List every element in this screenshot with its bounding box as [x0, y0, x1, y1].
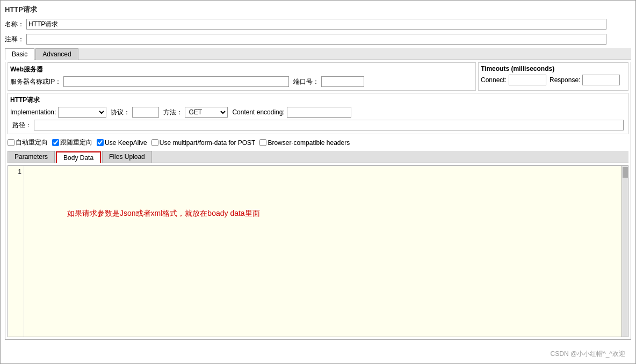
body-annotation: 如果请求参数是Json或者xml格式，就放在boady data里面 — [67, 209, 260, 219]
auto-redirect-label: 自动重定向 — [16, 138, 48, 147]
tab-bar: Basic Advanced — [5, 48, 631, 60]
sub-tab-bar: Parameters Body Data Files Upload — [8, 151, 628, 163]
follow-redirect-checkbox[interactable] — [52, 139, 59, 146]
sub-tab-parameters[interactable]: Parameters — [8, 151, 55, 163]
port-label: 端口号： — [293, 77, 319, 86]
main-window: HTTP请求 名称： 注释： Basic Advanced Web服务器 服务器… — [0, 0, 636, 364]
protocol-label: 协议： — [111, 108, 130, 117]
connect-label: Connect: — [481, 76, 507, 84]
timeouts-title: Timeouts (milliseconds) — [481, 65, 626, 72]
method-select[interactable]: GET POST PUT DELETE PATCH HEAD OPTIONS — [185, 107, 228, 118]
branding: CSDN @小小红帽^_^欢迎 — [551, 350, 625, 359]
server-label: 服务器名称或IP： — [10, 77, 61, 86]
server-row: 服务器名称或IP： 端口号： — [10, 76, 473, 87]
timeouts-section: Timeouts (milliseconds) Connect: Respons… — [478, 62, 628, 91]
checkbox-follow-redirect[interactable]: 跟随重定向 — [52, 138, 92, 147]
http-method-row: Implementation: 协议： 方法： GET POST PUT DEL… — [10, 107, 626, 118]
path-label: 路径： — [12, 121, 32, 130]
impl-label: Implementation: — [10, 108, 56, 116]
impl-select[interactable] — [58, 107, 106, 118]
line-numbers: 1 — [8, 166, 24, 337]
comment-input[interactable] — [26, 34, 606, 45]
multipart-checkbox[interactable] — [151, 139, 158, 146]
encoding-input[interactable] — [287, 107, 351, 118]
window-title: HTTP请求 — [5, 5, 631, 14]
sub-tab-files-upload[interactable]: Files Upload — [102, 151, 152, 163]
browser-headers-checkbox[interactable] — [259, 139, 266, 146]
auto-redirect-checkbox[interactable] — [8, 139, 15, 146]
path-row: 路径： — [10, 119, 626, 132]
body-data-area: 1 如果请求参数是Json或者xml格式，就放在boady data里面 — [8, 165, 628, 337]
keep-alive-label: Use KeepAlive — [105, 139, 147, 147]
server-timeouts-row: Web服务器 服务器名称或IP： 端口号： Timeouts (millisec… — [8, 62, 628, 91]
scrollbar-right[interactable] — [621, 166, 628, 337]
connect-input[interactable] — [509, 75, 546, 85]
checkbox-auto-redirect[interactable]: 自动重定向 — [8, 138, 48, 147]
http-section-title: HTTP请求 — [10, 96, 626, 105]
server-section: Web服务器 服务器名称或IP： 端口号： — [8, 62, 476, 91]
follow-redirect-label: 跟随重定向 — [60, 138, 92, 147]
multipart-label: Use multipart/form-data for POST — [160, 139, 256, 147]
keep-alive-checkbox[interactable] — [97, 139, 104, 146]
checkbox-browser-headers[interactable]: Browser-compatible headers — [259, 139, 350, 147]
comment-label: 注释： — [5, 35, 24, 44]
name-input[interactable] — [26, 19, 606, 30]
server-input[interactable] — [63, 76, 289, 87]
name-row: 名称： — [5, 18, 631, 31]
response-label: Response: — [550, 76, 580, 84]
body-content[interactable]: 如果请求参数是Json或者xml格式，就放在boady data里面 — [24, 166, 621, 337]
tab-basic[interactable]: Basic — [5, 48, 34, 60]
browser-headers-label: Browser-compatible headers — [268, 139, 350, 147]
encoding-label: Content encoding: — [232, 108, 284, 116]
server-section-title: Web服务器 — [10, 65, 473, 74]
method-label: 方法： — [163, 108, 183, 117]
port-input[interactable] — [321, 76, 364, 87]
http-section: HTTP请求 Implementation: 协议： 方法： GET POST … — [8, 93, 628, 134]
response-input[interactable] — [582, 75, 620, 85]
path-input[interactable] — [34, 120, 624, 130]
name-label: 名称： — [5, 20, 24, 29]
comment-row: 注释： — [5, 33, 631, 46]
timeouts-row: Connect: Response: — [481, 75, 626, 85]
sub-tab-body-data[interactable]: Body Data — [56, 151, 101, 163]
main-panel: Web服务器 服务器名称或IP： 端口号： Timeouts (millisec… — [5, 62, 631, 340]
line-number-1: 1 — [10, 168, 21, 176]
checkbox-keep-alive[interactable]: Use KeepAlive — [97, 139, 147, 147]
tab-advanced[interactable]: Advanced — [35, 48, 78, 60]
protocol-input[interactable] — [132, 107, 159, 118]
checkbox-row: 自动重定向 跟随重定向 Use KeepAlive Use multipart/… — [5, 136, 631, 149]
scrollbar-thumb[interactable] — [623, 167, 628, 178]
checkbox-multipart[interactable]: Use multipart/form-data for POST — [151, 139, 256, 147]
